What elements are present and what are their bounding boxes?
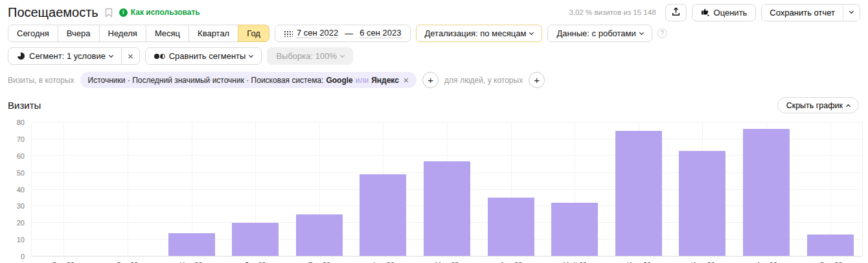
export-icon (672, 7, 680, 17)
chart-column (287, 122, 351, 257)
columns (32, 122, 862, 257)
chart-column (159, 122, 223, 257)
chart-title: Визиты (8, 100, 41, 111)
chip-label: Источники · Последний значимый источник … (88, 76, 324, 85)
sampling-label: Выборка: 100% (276, 52, 337, 60)
chart-column (32, 122, 96, 257)
header-actions: 3,02 % визитов из 15 148 Оценить Сохрани… (569, 4, 860, 21)
close-icon (128, 51, 133, 61)
chart-column (670, 122, 735, 257)
chart-column (351, 122, 415, 257)
segment-toolbar: Сегмент: 1 условие Сравнить сегменты Выб… (8, 47, 860, 65)
compare-segments-icon (154, 54, 165, 59)
chevron-down-icon (340, 52, 345, 57)
chip-or-word: или (356, 76, 369, 85)
help-badge-icon (119, 8, 128, 17)
data-mode-dropdown[interactable]: Данные: с роботами (547, 25, 652, 42)
chip-value-google: Google (326, 76, 352, 85)
report-header: Посещаемость Как использовать 3,02 % виз… (8, 4, 860, 21)
bar[interactable] (807, 234, 854, 257)
preset-button[interactable]: Неделя (99, 25, 146, 42)
y-axis-label: 10 (17, 236, 25, 244)
chevron-down-icon (109, 52, 113, 57)
bar[interactable] (232, 223, 279, 257)
people-filter-label: для людей, у которых (444, 76, 523, 85)
source-filter-chip[interactable]: Источники · Последний значимый источник … (80, 72, 417, 88)
chart-column (479, 122, 543, 257)
rate-button-label: Оценить (714, 8, 748, 17)
date-to: 6 сен 2023 (360, 29, 401, 38)
visits-share-text: 3,02 % визитов из 15 148 (569, 8, 656, 16)
segment-label: Сегмент: 1 условие (29, 52, 106, 60)
rate-button[interactable]: Оценить (692, 4, 757, 21)
y-axis-label: 0 (21, 253, 25, 260)
chart-column (223, 122, 288, 257)
help-question-icon[interactable] (657, 29, 667, 38)
segment-dropdown[interactable]: Сегмент: 1 условие (8, 47, 122, 65)
chevron-up-icon (846, 104, 851, 108)
chart-column (96, 122, 160, 257)
bar[interactable] (615, 131, 662, 257)
date-from: 7 сен 2022 (297, 29, 338, 38)
bar[interactable] (679, 151, 725, 257)
preset-button[interactable]: Вчера (58, 25, 100, 42)
y-axis-label: 30 (17, 203, 25, 210)
y-axis-label: 20 (17, 220, 25, 227)
filter-bar: Визиты, в которых Источники · Последний … (8, 72, 860, 88)
chart-column (606, 122, 670, 257)
chart-column (543, 122, 607, 257)
sampling-dropdown[interactable]: Выборка: 100% (267, 47, 353, 65)
hide-chart-button[interactable]: Скрыть график (777, 97, 859, 113)
bar[interactable] (168, 233, 215, 257)
y-axis-label: 50 (17, 169, 25, 176)
chevron-down-icon (639, 30, 644, 34)
chip-close-icon[interactable] (402, 75, 409, 86)
chevron-down-icon (529, 30, 534, 34)
chart-column (798, 122, 862, 257)
add-people-condition-button[interactable] (529, 72, 545, 88)
y-axis-label: 40 (17, 186, 25, 193)
preset-button[interactable]: Месяц (146, 25, 189, 42)
compare-segments-dropdown[interactable]: Сравнить сегменты (145, 47, 262, 65)
save-report-button[interactable]: Сохранить отчет (762, 5, 843, 21)
chart-column (735, 122, 799, 257)
chart-column (415, 122, 479, 257)
bar[interactable] (488, 198, 534, 257)
export-button[interactable] (665, 4, 687, 21)
how-to-use-link[interactable]: Как использовать (131, 8, 200, 17)
preset-button[interactable]: Год (238, 25, 269, 42)
save-report-label: Сохранить отчет (770, 8, 835, 17)
save-report-split-button: Сохранить отчет (761, 4, 860, 21)
save-report-menu-button[interactable] (843, 5, 860, 21)
add-visit-condition-button[interactable] (422, 72, 439, 88)
calendar-icon (284, 30, 293, 37)
chart-header: Визиты Скрыть график (8, 97, 859, 113)
preset-button[interactable]: Квартал (188, 25, 238, 42)
period-toolbar: СегодняВчераНеделяМесяцКварталГод 7 сен … (8, 25, 860, 42)
thumbs-icon (701, 8, 710, 17)
gridline-vertical (128, 122, 128, 257)
date-dash: — (345, 29, 353, 38)
hide-chart-label: Скрыть график (786, 101, 843, 110)
gridline-horizontal (32, 256, 862, 257)
detalization-dropdown[interactable]: Детализация: по месяцам (416, 25, 543, 42)
segment-clear-button[interactable] (121, 47, 140, 65)
y-axis-label: 60 (17, 152, 25, 159)
data-mode-label: Данные: с роботами (556, 29, 635, 38)
page-title: Посещаемость (8, 5, 98, 20)
segment-group: Сегмент: 1 условие (8, 47, 140, 65)
bar[interactable] (296, 214, 343, 257)
x-axis-labels: Сен 22Окт 22Ноя 22Дек 22Янв 23Фев 23Мар … (31, 257, 863, 263)
preset-button[interactable]: Сегодня (8, 25, 58, 42)
bar[interactable] (743, 129, 790, 257)
chevron-down-icon (249, 52, 253, 57)
segment-pie-icon (17, 52, 25, 60)
detalization-label: Детализация: по месяцам (425, 29, 527, 38)
plot-area (31, 122, 863, 257)
date-range-button[interactable]: 7 сен 2022 — 6 сен 2023 (275, 25, 411, 42)
bar[interactable] (360, 174, 406, 257)
chevron-down-icon (849, 9, 854, 14)
bar[interactable] (424, 161, 470, 257)
bar[interactable] (551, 203, 598, 257)
bookmark-icon[interactable] (105, 8, 113, 17)
